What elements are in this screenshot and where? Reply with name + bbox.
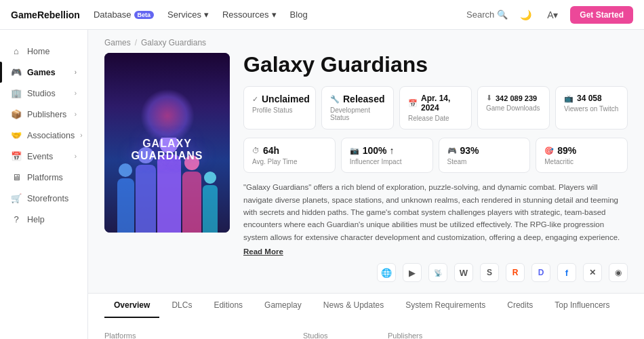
game-header: GALAXY GUARDIANS [88,53,644,293]
stat-downloads: ⬇ 342 089 239 Game Downloads [477,86,550,129]
twitch-icon[interactable]: 📡 [428,263,447,282]
tab-dlcs[interactable]: DLCs [162,294,201,318]
storefronts-icon: 🛒 [11,193,22,203]
home-icon: ⌂ [11,46,22,56]
stats-row-1: ✓ Unclaimed Profile Status 🔧 Released De… [243,86,628,129]
nav-services[interactable]: Services ▾ [167,9,209,20]
nav-database[interactable]: Database Beta [94,9,154,20]
tab-influencers[interactable]: Top Influencers [545,294,619,318]
breadcrumb-separator: / [135,38,137,47]
calendar-icon: 📅 [408,99,418,108]
sidebar-item-platforms[interactable]: 🖥 Platforms [0,167,87,188]
stat-influencer: 📷 100% ↑ Influencer Impact [341,138,433,173]
breadcrumb-current: Galaxy Guardians [141,38,206,47]
social-icons: 🌐 ▶ 📡 W S R D f ✕ ◉ [243,263,628,282]
platforms-icon: 🖥 [11,172,22,182]
cover-glow [140,89,195,143]
steam-stat-icon: 🎮 [447,146,457,155]
tab-overview[interactable]: Overview [104,294,159,318]
stat-dev-status: 🔧 Released Development Status [321,86,394,129]
clock-icon: ⏱ [252,146,260,155]
help-icon: ? [11,214,22,224]
stat-twitch-viewers: 📺 34 058 Viewers on Twitch [555,86,628,129]
studios-col: Studios Starforge Studios [303,332,361,339]
publishers-icon: 📦 [11,109,22,119]
sidebar: ⌂ Home 🎮 Games › 🏢 Studios › 📦 Publisher… [0,30,88,339]
tab-news[interactable]: News & Updates [314,294,393,318]
breadcrumb-games[interactable]: Games [104,38,131,47]
stat-release-date: 📅 Apr. 14, 2024 Release Date [399,86,472,129]
twitter-x-icon[interactable]: ✕ [583,263,602,282]
stat-profile-status: ✓ Unclaimed Profile Status [243,86,316,129]
studios-icon: 🏢 [11,88,22,98]
bottom-info: Platforms Nintendo Switch Nintendo Wii U… [88,318,644,339]
game-title: Galaxy Guardians [243,53,628,77]
sidebar-item-home[interactable]: ⌂ Home [0,41,87,62]
logo: GameRebellion [11,9,80,20]
language-selector[interactable]: A▾ [543,5,562,24]
read-more-button[interactable]: Read More [243,247,283,256]
games-icon: 🎮 [11,67,22,77]
tab-gameplay[interactable]: Gameplay [255,294,311,318]
stat-metacritic: 🎯 89% Metacritic [536,138,628,173]
sidebar-item-events[interactable]: 📅 Events › [0,146,87,167]
tabs-bar: Overview DLCs Editions Gameplay News & U… [88,293,644,318]
publishers-label: Publishers [388,332,449,339]
studios-label: Studios [303,332,361,339]
instagram-icon[interactable]: ◉ [609,263,628,282]
events-icon: 📅 [11,151,22,161]
youtube-icon[interactable]: ▶ [403,263,422,282]
stats-row-2: ⏱ 64h Avg. Play Time 📷 100% ↑ Influencer… [243,138,628,173]
wikipedia-icon[interactable]: W [454,263,473,282]
unclaimed-icon: ✓ [252,95,258,104]
cover-title-line2: GUARDIANS [126,150,209,162]
sidebar-item-help[interactable]: ? Help [0,209,87,230]
search-button[interactable]: Search 🔍 [466,9,508,20]
page-layout: ⌂ Home 🎮 Games › 🏢 Studios › 📦 Publisher… [0,30,644,339]
chevron-right-icon: › [75,153,77,160]
main-content: Games / Galaxy Guardians GALAXY GUARDIAN… [88,30,644,339]
tab-credits[interactable]: Credits [498,294,542,318]
sidebar-item-games[interactable]: 🎮 Games › [0,62,87,83]
platforms-col: Platforms Nintendo Switch Nintendo Wii U… [104,332,276,339]
twitch-stat-icon: 📺 [564,94,573,103]
tab-sysreq[interactable]: System Requirements [396,294,495,318]
nav-blog[interactable]: Blog [290,9,308,20]
sidebar-item-storefronts[interactable]: 🛒 Storefronts [0,188,87,209]
game-cover: GALAXY GUARDIANS [104,53,230,233]
reddit-icon[interactable]: R [506,263,525,282]
released-icon: 🔧 [330,95,340,104]
cover-title-line1: GALAXY [126,138,209,150]
get-started-button[interactable]: Get Started [570,6,633,24]
cover-image: GALAXY GUARDIANS [104,53,230,233]
metacritic-icon: 🎯 [544,146,554,155]
associations-icon: 🤝 [11,130,22,140]
chevron-right-icon: › [80,132,82,139]
camera-icon: 📷 [350,146,359,155]
tab-editions[interactable]: Editions [204,294,252,318]
platforms-label: Platforms [104,332,276,339]
sidebar-item-associations[interactable]: 🤝 Associations › [0,125,87,146]
chevron-right-icon: › [75,111,77,118]
chevron-right-icon: › [75,89,77,97]
download-icon: ⬇ [486,94,492,102]
chevron-right-icon: › [75,68,77,76]
facebook-icon[interactable]: f [557,263,576,282]
sidebar-item-studios[interactable]: 🏢 Studios › [0,83,87,104]
search-icon: 🔍 [497,9,508,20]
top-navigation: GameRebellion Database Beta Services ▾ R… [0,0,644,30]
discord-icon[interactable]: D [531,263,550,282]
nav-right: Search 🔍 🌙 A▾ Get Started [466,5,633,24]
game-info: Galaxy Guardians ✓ Unclaimed Profile Sta… [243,53,628,282]
stat-steam: 🎮 93% Steam [439,138,531,173]
publishers-col: Publishers Cosmic Interactive [388,332,449,339]
steam-icon[interactable]: S [480,263,499,282]
website-icon[interactable]: 🌐 [377,263,396,282]
game-description: "Galaxy Guardians" offers a rich blend o… [243,181,628,243]
stat-playtime: ⏱ 64h Avg. Play Time [243,138,336,173]
sidebar-item-publishers[interactable]: 📦 Publishers › [0,104,87,125]
nav-ressources[interactable]: Ressources ▾ [222,9,277,20]
dark-mode-toggle[interactable]: 🌙 [516,5,535,24]
breadcrumb: Games / Galaxy Guardians [88,30,644,53]
